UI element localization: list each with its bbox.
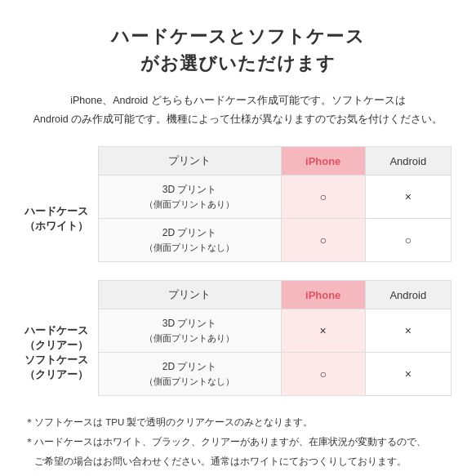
- table1-row1-label: 3D プリント （側面プリントあり）: [98, 176, 281, 219]
- table2-col-android: Android: [365, 281, 451, 309]
- table-row: ハードケース （クリアー） ソフトケース （クリアー） 3D プリント （側面プ…: [24, 309, 452, 353]
- table2-row1-android: ×: [365, 309, 451, 353]
- table2-col-print: プリント: [98, 281, 281, 309]
- table1-col-print: プリント: [98, 147, 281, 176]
- table1-row2-iphone: ○: [281, 219, 365, 262]
- main-container: ハードケースとソフトケース がお選びいただけます iPhone、Android …: [0, 0, 476, 476]
- table2-section: プリント iPhone Android ハードケース （クリアー） ソフトケース…: [24, 280, 452, 396]
- note-item: ＊完全受注生産なので、ご注文の際に種類や機種に間違いがないように、お気を付けくだ…: [24, 473, 452, 476]
- table2-col-iphone: iPhone: [281, 281, 365, 309]
- title-line1: ハードケースとソフトケース: [111, 26, 364, 47]
- table1-row2-android: ○: [365, 219, 451, 262]
- note-item: ご希望の場合はお問い合わせください。通常はホワイトにておつくりしております。: [24, 453, 452, 471]
- table1-row2-label: 2D プリント （側面プリントなし）: [98, 219, 281, 262]
- title-line2: がお選びいただけます: [140, 53, 336, 73]
- note-item: ＊ハードケースはホワイト、ブラック、クリアーがありますが、在庫状況が変動するので…: [24, 434, 452, 452]
- table1-row1-android: ×: [365, 176, 451, 219]
- table-row: ハードケース （ホワイト） 3D プリント （側面プリントあり） ○ ×: [24, 176, 452, 219]
- table1-col-android: Android: [365, 147, 451, 176]
- table1-section: プリント iPhone Android ハードケース （ホワイト） 3D プリン…: [24, 146, 452, 262]
- table2-row-label: ハードケース （クリアー） ソフトケース （クリアー）: [24, 309, 98, 396]
- table1-row1-iphone: ○: [281, 176, 365, 219]
- page-title: ハードケースとソフトケース がお選びいただけます: [24, 23, 452, 77]
- table1-col-iphone: iPhone: [281, 147, 365, 176]
- table2-row1-iphone: ×: [281, 309, 365, 353]
- table2-row1-label: 3D プリント （側面プリントあり）: [98, 309, 281, 353]
- table1-row-label: ハードケース （ホワイト）: [24, 176, 98, 262]
- notes-section: ＊ソフトケースは TPU 製で透明のクリアケースのみとなります。＊ハードケースは…: [24, 414, 452, 476]
- note-item: ＊ソフトケースは TPU 製で透明のクリアケースのみとなります。: [24, 414, 452, 432]
- table2-row2-label: 2D プリント （側面プリントなし）: [98, 353, 281, 396]
- table2-row2-android: ×: [365, 353, 451, 396]
- table2-row2-iphone: ○: [281, 353, 365, 396]
- description-text: iPhone、Android どちらもハードケース作成可能です。ソフトケースは …: [24, 91, 452, 128]
